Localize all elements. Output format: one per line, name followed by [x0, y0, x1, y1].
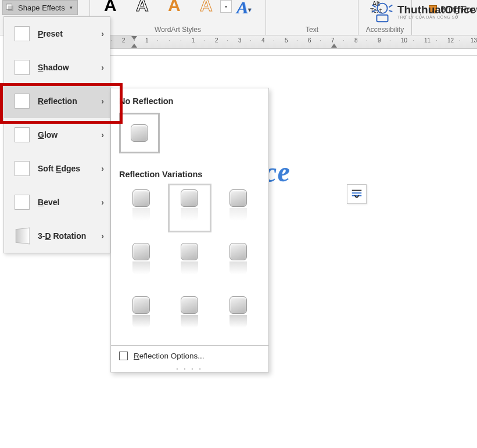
chevron-right-icon: › [101, 96, 104, 106]
fx-item-label: Preset [38, 29, 63, 38]
ruler-tick-dot: · [203, 37, 205, 44]
right-indent-marker[interactable] [331, 44, 337, 48]
wordart-gallery-expand[interactable]: ▾ [220, 0, 232, 13]
ruler-tick-dot: · [157, 37, 159, 44]
reflection-options-icon [119, 352, 128, 360]
ruler-tick-num: 2 [122, 37, 125, 44]
wordart-preset-a4[interactable]: A [200, 0, 213, 15]
brand-name: ThuthuatOffice [397, 4, 476, 15]
ruler-tick-dot: · [110, 37, 112, 44]
fx-item-label: Soft Edges [38, 164, 80, 173]
ruler-tick-dot: · [459, 37, 461, 44]
reflection-shadow [181, 208, 198, 221]
wordart-preset-a3[interactable]: A [168, 0, 181, 15]
wordart-preset-a1[interactable]: A [104, 0, 117, 15]
reflection-submenu: No Reflection Reflection Variations Refl… [110, 88, 269, 372]
reflection-options-label: Reflection Options... [134, 352, 205, 360]
ruler-tick-num: 6 [308, 37, 311, 44]
ruler-tick-dot: · [168, 37, 170, 44]
reflection-shadow [229, 261, 247, 274]
fx-thumb-icon [15, 161, 30, 176]
fx-item-label: Glow [38, 130, 58, 139]
reflection-variation-7[interactable] [168, 291, 212, 339]
ruler-tick-num: 10 [401, 37, 407, 44]
shape-effects-button[interactable]: Shape Effects ▾ [2, 0, 78, 15]
ruler-tick-num: 8 [354, 37, 358, 44]
ribbon-group-wordart: A A A A ▾ A▾ WordArt Styles [90, 0, 266, 35]
layout-options-button[interactable] [347, 184, 367, 204]
no-reflection-heading: No Reflection [111, 88, 268, 110]
reflection-shadow [229, 315, 247, 328]
text-effects-button[interactable]: A▾ [236, 0, 251, 17]
reflection-shadow [132, 261, 150, 274]
reflection-variation-2[interactable] [216, 184, 260, 232]
wordart-preset-a2[interactable]: A [136, 0, 149, 15]
ruler-tick-dot: · [250, 37, 252, 44]
reflection-sample-icon [132, 189, 150, 207]
reflection-sample-icon [181, 189, 198, 207]
ruler-tick-num: 1 [145, 37, 149, 44]
first-line-indent-marker[interactable] [131, 36, 137, 40]
svg-rect-3 [376, 15, 388, 22]
reflection-variation-1[interactable] [168, 184, 212, 232]
ruler-tick-num: 7 [331, 37, 335, 44]
reflection-shadow [132, 208, 150, 221]
ruler-tick-dot: · [320, 37, 321, 44]
reflection-variation-8[interactable] [216, 291, 260, 339]
svg-line-7 [389, 10, 392, 12]
reflection-variations-grid [111, 184, 268, 345]
reflection-options-item[interactable]: Reflection Options... [111, 345, 268, 366]
fx-item-shadow[interactable]: Shadow› [4, 51, 110, 84]
fx-item-label: Bevel [38, 198, 59, 207]
ruler-tick-num: 9 [378, 37, 381, 44]
svg-line-6 [372, 10, 376, 12]
reflection-variation-5[interactable] [216, 237, 260, 286]
ruler-tick-dot: · [366, 37, 368, 44]
reflection-shadow [229, 208, 247, 221]
fx-item-preset[interactable]: Preset› [4, 17, 110, 51]
wordart-group-caption: WordArt Styles [90, 26, 266, 34]
ruler-tick-num: 5 [285, 37, 288, 44]
ruler-tick-dot: · [296, 37, 298, 44]
accessibility-group-caption: Accessibility [358, 26, 411, 34]
resize-grip[interactable]: • • • • [111, 366, 268, 372]
brand-watermark: ThuthuatOffice TRỢ LÝ CỦA DÂN CÔNG SỞ [369, 0, 476, 25]
reflection-sample-icon [132, 243, 150, 260]
reflection-shadow [181, 315, 198, 328]
horizontal-ruler[interactable]: ·2·1···1·2·3·4·5·6·7·8·9·10·11·12·13·14 [110, 35, 477, 49]
reflection-shadow [132, 315, 150, 328]
ruler-tick-num: 12 [447, 37, 454, 44]
ruler-tick-dot: · [227, 37, 228, 44]
no-reflection-option[interactable] [119, 113, 160, 153]
document-top-edge [110, 49, 477, 56]
fx-item-label: 3-D Rotation [38, 231, 86, 241]
svg-rect-8 [352, 190, 362, 191]
fx-item-label: Shadow [38, 63, 69, 72]
fx-item-bevel[interactable]: Bevel› [4, 185, 110, 219]
reflection-sample-icon [229, 296, 247, 314]
fx-item-reflection[interactable]: Reflection› [4, 84, 110, 118]
fx-item-softedges[interactable]: Soft Edges› [4, 152, 110, 185]
reflection-sample-icon [181, 296, 198, 314]
chevron-down-icon: ▾ [70, 5, 73, 10]
fx-item-rotation3d[interactable]: 3-D Rotation› [4, 219, 110, 253]
reflection-variation-6[interactable] [119, 291, 163, 339]
fx-thumb-icon [15, 60, 30, 75]
reflection-sample-icon [181, 243, 198, 260]
ruler-tick-dot: · [436, 37, 437, 44]
svg-rect-10 [352, 195, 362, 196]
ruler-tick-num: 11 [424, 37, 431, 44]
chevron-right-icon: › [101, 130, 104, 139]
svg-rect-1 [8, 6, 13, 11]
fx-thumb-icon [15, 127, 30, 142]
ruler-tick-dot: · [413, 37, 414, 44]
ruler-tick-dot: · [343, 37, 345, 44]
hanging-indent-marker[interactable] [131, 44, 137, 48]
ruler-tick-dot: · [273, 37, 275, 44]
fx-item-glow[interactable]: Glow› [4, 118, 110, 152]
reflection-variation-0[interactable] [119, 184, 163, 232]
svg-line-4 [372, 5, 376, 8]
reflection-variation-4[interactable] [168, 237, 212, 286]
shape-effects-label: Shape Effects [18, 3, 65, 12]
reflection-variation-3[interactable] [119, 237, 163, 286]
